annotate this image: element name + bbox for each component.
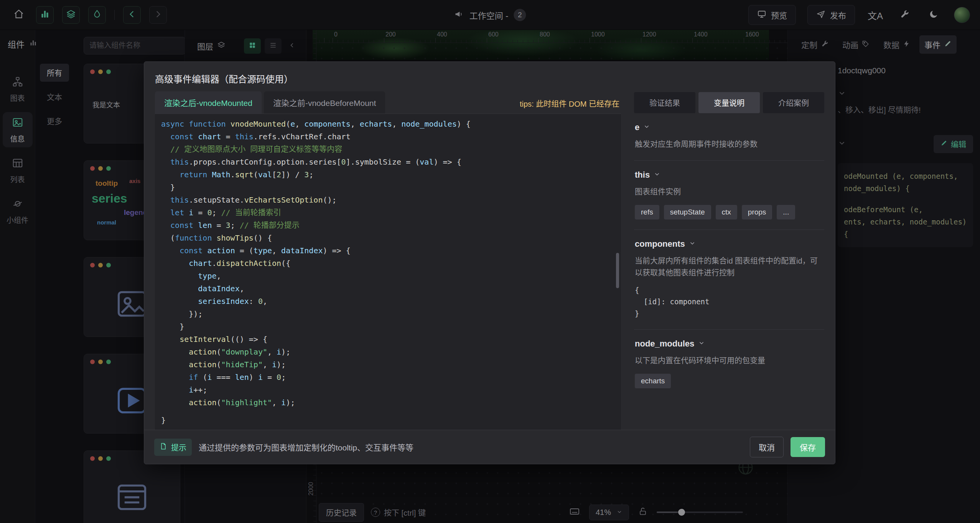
code-line: const chart = this.refs.vChartRef.chart xyxy=(161,130,613,143)
modal-title: 高级事件编辑器（配合源码使用） xyxy=(144,62,835,91)
var-name-row[interactable]: node_modules xyxy=(635,339,824,349)
hint-label: 提示 xyxy=(171,442,186,453)
code-line: if (i === len) i = 0; xyxy=(161,371,613,384)
hint-text: 通过提供的参数可为图表增加定制化的tooltip、交互事件等等 xyxy=(199,441,413,453)
chevron-down-icon xyxy=(654,170,660,180)
code-line: action("highlight", i); xyxy=(161,396,613,409)
var-section-node-modules: node_modules 以下是内置在代码环境中可用的包变量 echarts xyxy=(634,330,824,398)
var-section-e: e 触发对应生命周期事件时接收的参数 xyxy=(634,113,824,161)
closing-brace-line: } xyxy=(161,414,613,427)
var-tag[interactable]: ctx xyxy=(716,205,737,219)
tab-vnode-before-mount[interactable]: 渲染之前-vnodeBeforeMount xyxy=(264,91,385,114)
code-line: setInterval(() => { xyxy=(161,333,613,346)
modal-footer: 提示 通过提供的参数可为图表增加定制化的tooltip、交互事件等等 取消 保存 xyxy=(144,430,835,464)
file-icon xyxy=(160,442,167,452)
variables-tabs: 验证结果 变量说明 介绍案例 xyxy=(634,92,824,113)
hint-badge: 提示 xyxy=(154,439,192,456)
var-tag[interactable]: refs xyxy=(635,205,659,219)
editor-scrollbar[interactable] xyxy=(616,253,619,288)
save-button[interactable]: 保存 xyxy=(791,437,825,457)
var-name: node_modules xyxy=(635,339,694,349)
editor-tabs: 渲染之后-vnodeMounted 渲染之前-vnodeBeforeMount … xyxy=(155,91,621,114)
code-line: // 定义地图原点大小 同理可自定义标签等等内容 xyxy=(161,143,613,156)
var-tag[interactable]: echarts xyxy=(635,374,671,388)
advanced-event-editor-modal: 高级事件编辑器（配合源码使用） 渲染之后-vnodeMounted 渲染之前-v… xyxy=(144,61,835,464)
var-tag-list: refs setupState ctx props ... xyxy=(635,205,824,219)
code-line: seriesIndex: 0, xyxy=(161,295,613,308)
variables-column: 验证结果 变量说明 介绍案例 e 触发对应生命周期事件时接收的参数 xyxy=(634,91,824,430)
modal-content: 渲染之后-vnodeMounted 渲染之前-vnodeBeforeMount … xyxy=(144,91,835,430)
function-signature-line: async function vnodeMounted(e, component… xyxy=(161,118,613,130)
var-name: components xyxy=(635,239,685,249)
code-line: const action = (type, dataIndex) => { xyxy=(161,244,613,257)
code-line: i++; xyxy=(161,384,613,396)
var-description: 触发对应生命周期事件时接收的参数 xyxy=(635,139,824,150)
var-tag-list: echarts xyxy=(635,374,824,388)
var-description: 以下是内置在代码环境中可用的包变量 xyxy=(635,355,824,367)
tab-variable-docs[interactable]: 变量说明 xyxy=(698,92,760,113)
code-line: chart.dispatchAction({ xyxy=(161,257,613,270)
var-name-row[interactable]: e xyxy=(635,122,824,132)
code-line: type, xyxy=(161,270,613,282)
chevron-down-icon xyxy=(689,239,696,249)
app-root: 工作空间 - 2 预览 发布 文A xyxy=(0,0,980,523)
code-line: return Math.sqrt(val[2]) / 3; xyxy=(161,168,613,181)
var-name: e xyxy=(635,122,639,132)
cancel-button[interactable]: 取消 xyxy=(750,437,784,457)
code-editor[interactable]: async function vnodeMounted(e, component… xyxy=(155,114,621,430)
chevron-down-icon xyxy=(643,122,650,132)
var-description: 图表组件实例 xyxy=(635,186,824,198)
code-line: const len = 3; // 轮播部分提示 xyxy=(161,219,613,232)
code-line: dataIndex, xyxy=(161,282,613,295)
var-name-row[interactable]: this xyxy=(635,170,824,180)
code-line: let i = 0; // 当前轮播索引 xyxy=(161,206,613,219)
tab-intro-examples[interactable]: 介绍案例 xyxy=(763,92,824,113)
var-code-sample: { [id]: component } xyxy=(635,284,824,319)
var-tag[interactable]: props xyxy=(742,205,772,219)
variables-scroll[interactable]: e 触发对应生命周期事件时接收的参数 this xyxy=(634,113,824,430)
code-line: action("downplay", i); xyxy=(161,346,613,358)
var-section-components: components 当前大屏内所有组件的集合id 图表组件中的配置id，可以获… xyxy=(634,230,824,330)
var-name-row[interactable]: components xyxy=(635,239,824,249)
code-line: }); xyxy=(161,308,613,320)
tab-vnode-mounted[interactable]: 渲染之后-vnodeMounted xyxy=(155,91,262,114)
var-name: this xyxy=(635,170,650,180)
var-tag[interactable]: setupState xyxy=(664,205,711,219)
var-description: 当前大屏内所有组件的集合id 图表组件中的配置id，可以获取其他图表组件进行控制 xyxy=(635,255,824,279)
code-line: this.props.chartConfig.option.series[0].… xyxy=(161,156,613,168)
code-line: action("hideTip", i); xyxy=(161,358,613,371)
var-section-this: this 图表组件实例 refs setupState ctx props ..… xyxy=(634,161,824,230)
code-line: } xyxy=(161,181,613,194)
code-line: this.setupState.vEchartsSetOption(); xyxy=(161,194,613,206)
tips-text: tips: 此时组件 DOM 已经存在 xyxy=(520,98,621,114)
code-line: } xyxy=(161,320,613,333)
var-tag[interactable]: ... xyxy=(777,205,795,219)
tab-validation-result[interactable]: 验证结果 xyxy=(634,92,695,113)
editor-column: 渲染之后-vnodeMounted 渲染之前-vnodeBeforeMount … xyxy=(155,91,621,430)
code-line: (function showTips() { xyxy=(161,232,613,244)
chevron-down-icon xyxy=(698,339,705,349)
code-editor-body[interactable]: const chart = this.refs.vChartRef.chart … xyxy=(161,130,613,414)
